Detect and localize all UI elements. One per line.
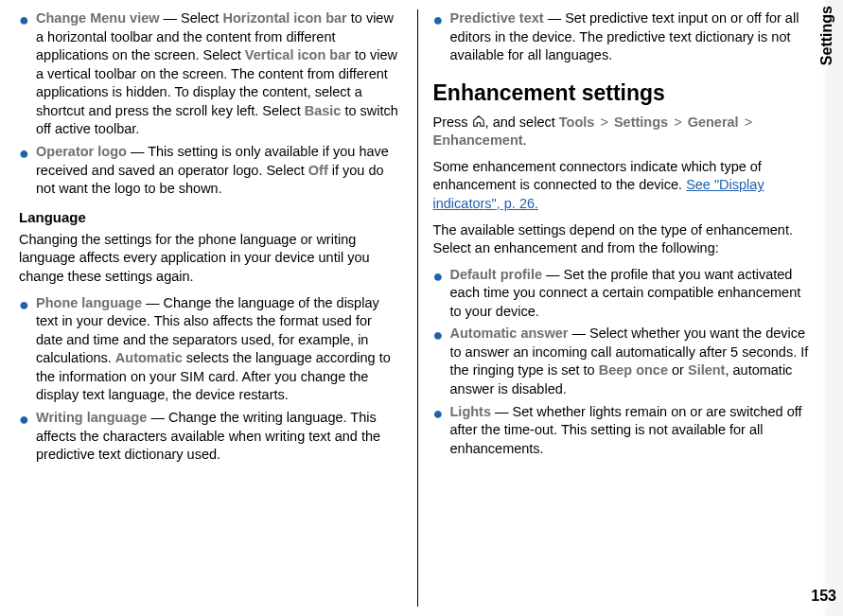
ui-term: Off	[308, 163, 328, 178]
list-item-content: Automatic answer — Select whether you wa…	[450, 325, 810, 398]
subheading-language: Language	[19, 208, 402, 227]
right-column: ●Predictive text — Set predictive text i…	[418, 9, 817, 607]
breadcrumb-and-select: , and select	[485, 114, 559, 130]
ui-term: Beep once	[599, 362, 668, 378]
ui-term: Silent	[688, 362, 725, 378]
bullet-icon: ●	[19, 409, 36, 465]
ui-term: Horizontal icon bar	[222, 10, 346, 26]
list-item-term: Phone language	[36, 295, 142, 310]
list-item-term: Predictive text	[450, 10, 544, 26]
home-icon	[472, 114, 485, 130]
paragraph: The available settings depend on the typ…	[433, 221, 810, 258]
list-item-content: Default profile — Set the profile that y…	[450, 266, 810, 322]
breadcrumb-item: Tools	[559, 114, 595, 130]
section-heading-enhancement: Enhancement settings	[433, 79, 810, 108]
list-item-content: Writing language — Change the writing la…	[36, 409, 402, 465]
list-item-content: Change Menu view — Select Horizontal ico…	[36, 9, 402, 139]
ui-term: Vertical icon bar	[245, 47, 351, 62]
list-item: ●Automatic answer — Select whether you w…	[433, 325, 810, 398]
link-display-indicators[interactable]: See "Display indicators", p. 26.	[433, 177, 764, 211]
breadcrumb-separator: >	[668, 114, 688, 130]
list-item-term: Operator logo	[36, 144, 127, 159]
breadcrumb-separator: >	[739, 114, 755, 130]
right-edge-shadow	[822, 0, 843, 616]
breadcrumb-item: General	[688, 114, 739, 130]
left-column: ●Change Menu view — Select Horizontal ic…	[19, 9, 418, 607]
list-item: ●Phone language — Change the language of…	[19, 294, 402, 405]
ui-term: Automatic	[115, 350, 183, 365]
bullet-icon: ●	[19, 294, 36, 405]
list-item: ●Writing language — Change the writing l…	[19, 409, 402, 465]
bullet-icon: ●	[433, 325, 450, 398]
breadcrumb-press: Press	[433, 114, 472, 130]
breadcrumb: Press , and select Tools > Settings > Ge…	[433, 114, 810, 150]
list-item: ●Change Menu view — Select Horizontal ic…	[19, 9, 402, 139]
breadcrumb-item: Settings	[614, 114, 668, 130]
list-item-term: Automatic answer	[450, 326, 569, 341]
list-item-term: Default profile	[450, 267, 542, 282]
list-item: ●Operator logo — This setting is only av…	[19, 143, 402, 199]
paragraph: Some enhancement connectors indicate whi…	[433, 158, 810, 214]
list-item-content: Operator logo — This setting is only ava…	[36, 143, 402, 199]
page-number: 153	[811, 586, 836, 607]
list-item: ●Default profile — Set the profile that …	[433, 266, 810, 322]
list-item: ●Lights — Set whether lights remain on o…	[433, 403, 810, 459]
bullet-icon: ●	[19, 9, 36, 139]
bullet-icon: ●	[433, 266, 450, 322]
bullet-icon: ●	[433, 403, 450, 459]
list-item-term: Lights	[450, 404, 492, 419]
bullet-icon: ●	[433, 9, 450, 65]
list-item-content: Phone language — Change the language of …	[36, 294, 402, 405]
ui-term: Basic	[305, 103, 342, 118]
bullet-icon: ●	[19, 143, 36, 199]
breadcrumb-item: Enhancement	[433, 132, 523, 148]
list-item-term: Writing language	[36, 410, 147, 425]
list-item-term: Change Menu view	[36, 10, 160, 26]
list-item-content: Lights — Set whether lights remain on or…	[450, 403, 810, 459]
content-columns: ●Change Menu view — Select Horizontal ic…	[19, 9, 817, 607]
breadcrumb-separator: >	[594, 114, 614, 130]
paragraph: Changing the settings for the phone lang…	[19, 231, 402, 287]
section-label: Settings	[817, 6, 837, 65]
list-item-content: Predictive text — Set predictive text in…	[450, 9, 810, 65]
list-item: ●Predictive text — Set predictive text i…	[433, 9, 810, 65]
